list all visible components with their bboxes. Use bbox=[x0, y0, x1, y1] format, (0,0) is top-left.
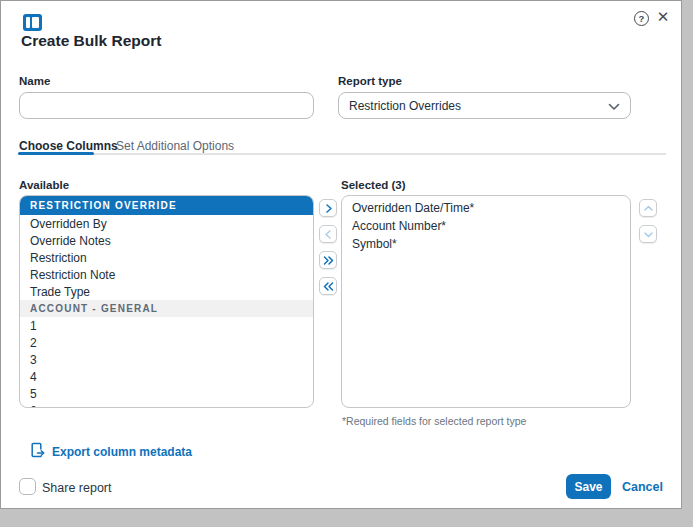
move-all-right-icon[interactable] bbox=[319, 251, 337, 269]
tab-choose-columns[interactable]: Choose Columns bbox=[19, 139, 118, 153]
list-group-selected[interactable]: RESTRICTION OVERRIDE bbox=[20, 196, 313, 215]
selected-label: Selected (3) bbox=[341, 179, 406, 191]
available-label: Available bbox=[19, 179, 69, 191]
list-group[interactable]: ACCOUNT - GENERAL bbox=[20, 300, 313, 317]
list-item[interactable]: Overridden Date/Time* bbox=[342, 199, 630, 217]
available-listbox[interactable]: RESTRICTION OVERRIDE Overridden By Overr… bbox=[19, 195, 314, 408]
list-item[interactable]: 2 bbox=[20, 334, 313, 351]
list-item[interactable]: Override Notes bbox=[20, 232, 313, 249]
columns-app-icon bbox=[23, 14, 42, 31]
list-item[interactable]: Restriction Note bbox=[20, 266, 313, 283]
cancel-button[interactable]: Cancel bbox=[622, 480, 663, 494]
list-item[interactable]: 6 bbox=[20, 402, 313, 408]
save-button[interactable]: Save bbox=[566, 474, 611, 499]
help-icon[interactable]: ? bbox=[634, 11, 649, 26]
name-label: Name bbox=[19, 75, 50, 87]
list-item[interactable]: 3 bbox=[20, 351, 313, 368]
tab-set-additional-options[interactable]: Set Additional Options bbox=[116, 139, 234, 153]
list-item[interactable]: Symbol* bbox=[342, 235, 630, 253]
list-item[interactable]: 1 bbox=[20, 317, 313, 334]
list-item[interactable]: 4 bbox=[20, 368, 313, 385]
chevron-down-icon bbox=[608, 97, 620, 115]
list-item[interactable]: Overridden By bbox=[20, 215, 313, 232]
list-item[interactable]: Account Number* bbox=[342, 217, 630, 235]
move-left-icon[interactable] bbox=[319, 225, 337, 243]
report-type-value: Restriction Overrides bbox=[349, 99, 608, 113]
dialog-title: Create Bulk Report bbox=[21, 32, 161, 50]
export-column-metadata-link[interactable]: Export column metadata bbox=[31, 442, 192, 462]
report-type-label: Report type bbox=[338, 75, 402, 87]
active-tab-underline bbox=[18, 152, 94, 155]
export-icon bbox=[31, 442, 45, 462]
list-item[interactable]: 5 bbox=[20, 385, 313, 402]
export-link-label: Export column metadata bbox=[52, 445, 192, 459]
create-bulk-report-dialog: Create Bulk Report ? ✕ Name Report type … bbox=[0, 0, 682, 509]
move-right-icon[interactable] bbox=[319, 199, 337, 217]
list-item[interactable]: Restriction bbox=[20, 249, 313, 266]
required-fields-note: *Required fields for selected report typ… bbox=[342, 415, 526, 427]
report-type-select[interactable]: Restriction Overrides bbox=[338, 92, 631, 119]
move-up-icon[interactable] bbox=[639, 199, 657, 217]
share-report-label: Share report bbox=[42, 481, 111, 495]
list-item[interactable]: Trade Type bbox=[20, 283, 313, 300]
tab-divider bbox=[18, 153, 666, 155]
move-down-icon[interactable] bbox=[639, 225, 657, 243]
selected-listbox[interactable]: Overridden Date/Time* Account Number* Sy… bbox=[341, 195, 631, 408]
name-input[interactable] bbox=[19, 92, 314, 119]
share-report-checkbox[interactable] bbox=[19, 478, 36, 495]
move-all-left-icon[interactable] bbox=[319, 277, 337, 295]
close-icon[interactable]: ✕ bbox=[654, 7, 672, 27]
